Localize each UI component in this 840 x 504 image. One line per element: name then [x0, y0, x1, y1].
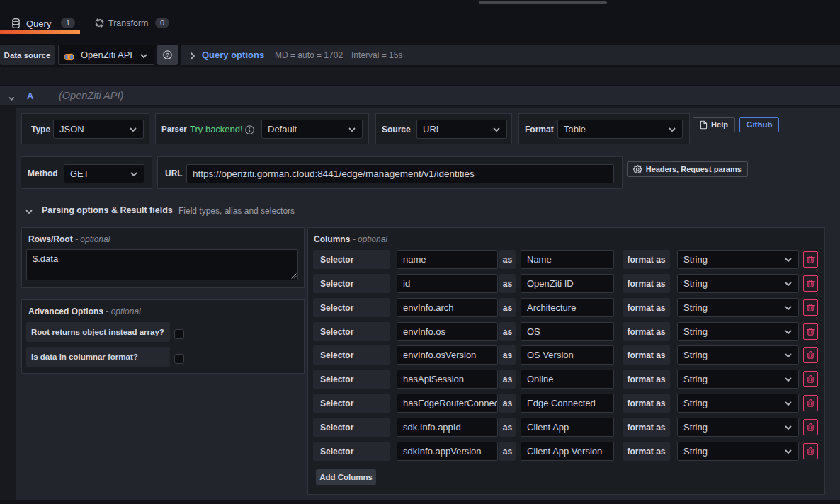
svg-text:?: ?	[166, 52, 169, 58]
